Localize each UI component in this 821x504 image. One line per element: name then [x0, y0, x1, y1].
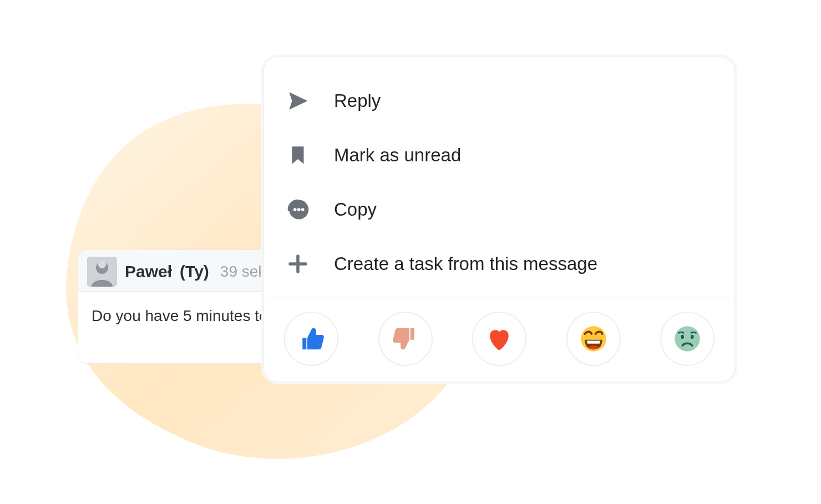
svg-point-12 [691, 335, 694, 339]
svg-point-11 [681, 335, 684, 339]
plus-icon [284, 250, 312, 278]
copy-icon [284, 196, 312, 223]
menu-item-reply[interactable]: Reply [281, 74, 718, 128]
svg-point-10 [675, 326, 700, 352]
reaction-thumbs-down[interactable] [378, 312, 433, 366]
menu-item-mark-unread[interactable]: Mark as unread [281, 128, 718, 182]
menu-item-label: Mark as unread [334, 145, 461, 166]
bookmark-icon [284, 141, 312, 169]
send-icon [284, 87, 312, 115]
menu-item-label: Reply [334, 90, 381, 111]
reaction-worried[interactable] [660, 312, 714, 366]
reactions-row [281, 308, 718, 366]
avatar [87, 257, 117, 287]
reaction-thumbs-up[interactable] [284, 312, 338, 366]
menu-item-label: Create a task from this message [334, 253, 597, 274]
reaction-laugh[interactable] [566, 312, 621, 366]
menu-item-copy[interactable]: Copy [281, 182, 718, 237]
reaction-heart[interactable] [472, 312, 526, 366]
context-menu: Reply Mark as unread Copy [263, 57, 735, 382]
menu-list: Reply Mark as unread Copy [281, 74, 718, 291]
author-name: Paweł [125, 262, 172, 281]
author-you-label: (Ty) [180, 262, 209, 281]
menu-item-label: Copy [334, 199, 377, 220]
menu-item-create-task[interactable]: Create a task from this message [281, 237, 718, 291]
menu-separator [264, 297, 734, 297]
svg-point-2 [98, 261, 106, 268]
svg-point-5 [297, 208, 301, 211]
svg-point-6 [301, 208, 305, 211]
svg-point-4 [293, 208, 297, 211]
